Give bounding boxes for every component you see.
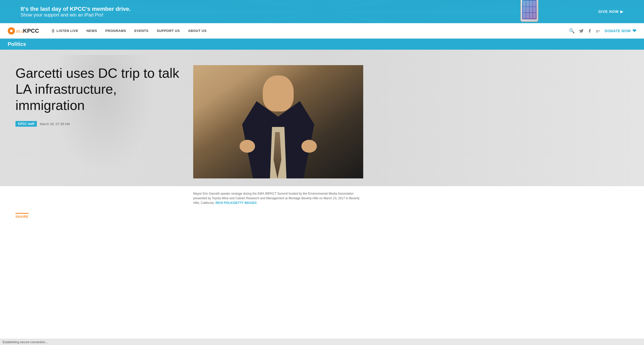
nav-about-us[interactable]: ABOUT US <box>184 23 211 39</box>
search-icon[interactable]: 🔍 <box>569 28 575 34</box>
google-plus-icon[interactable]: g+ <box>595 28 600 33</box>
logo-inner <box>10 30 13 32</box>
nav-support-us[interactable]: SUPPORT US <box>152 23 184 39</box>
twitter-icon[interactable] <box>579 28 584 33</box>
article-meta: KPCC staff March 30, 07:39 AM <box>15 121 183 127</box>
article-layout: Garcetti uses DC trip to talk LA infrast… <box>0 50 644 186</box>
give-now-button[interactable]: GIVE NOW ▶ <box>598 10 623 14</box>
top-banner: It's the last day of KPCC's member drive… <box>0 0 644 23</box>
nav-programs[interactable]: PROGRAMS <box>101 23 130 39</box>
article-date: March 30, 07:39 AM <box>40 122 70 126</box>
caption-text: Mayor Eric Garcetti speaks onstage durin… <box>193 191 363 205</box>
nav-right-actions: 🔍 g+ DONATE NOW ❤ <box>569 28 636 34</box>
author-tag[interactable]: KPCC staff <box>15 121 37 127</box>
section-banner: Politics <box>0 39 644 50</box>
person-figure <box>237 70 319 178</box>
social-icons: g+ <box>579 28 600 33</box>
main-navigation: 89.3KPCC LISTEN LIVE NEWS PROGRAMS EVENT… <box>0 23 644 39</box>
heart-icon: ❤ <box>632 28 637 34</box>
logo-circle-icon <box>8 27 15 34</box>
caption-credit[interactable]: RICH POLK/GETTY IMAGES <box>216 201 257 205</box>
caption-area: Mayor Eric Garcetti speaks onstage durin… <box>0 186 644 208</box>
svg-point-4 <box>53 32 54 33</box>
section-label: Politics <box>8 41 636 47</box>
logo-text: 89.3KPCC <box>16 28 39 34</box>
svg-line-2 <box>53 29 54 30</box>
nav-events[interactable]: EVENTS <box>130 23 152 39</box>
article-image-area <box>193 65 363 178</box>
arrow-right-icon: ▶ <box>620 10 623 14</box>
hand-left <box>240 140 255 153</box>
article-container: Garcetti uses DC trip to talk LA infrast… <box>0 50 644 186</box>
nav-listen-live[interactable]: LISTEN LIVE <box>47 23 82 39</box>
article-headline: Garcetti uses DC trip to talk LA infrast… <box>15 65 183 113</box>
tablet-illustration <box>520 0 541 23</box>
antenna-icon <box>51 29 55 33</box>
banner-content: It's the last day of KPCC's member drive… <box>21 6 131 18</box>
bottom-area: SHARE <box>0 208 644 228</box>
nav-items: LISTEN LIVE NEWS PROGRAMS EVENTS SUPPORT… <box>47 23 569 39</box>
facebook-icon[interactable] <box>587 28 592 33</box>
hand-right <box>301 140 317 153</box>
article-left-column: Garcetti uses DC trip to talk LA infrast… <box>15 65 183 127</box>
share-label[interactable]: SHARE <box>15 213 29 219</box>
banner-line2: Show your support and win an iPad Pro! <box>21 12 131 18</box>
donate-now-button[interactable]: DONATE NOW ❤ <box>605 28 636 34</box>
head <box>263 75 294 111</box>
listen-live-label: LISTEN LIVE <box>57 29 78 33</box>
nav-news[interactable]: NEWS <box>82 23 101 39</box>
give-now-label: GIVE NOW <box>598 10 619 14</box>
svg-line-1 <box>52 29 53 30</box>
donate-now-label: DONATE NOW <box>605 29 631 33</box>
logo[interactable]: 89.3KPCC <box>8 27 39 34</box>
banner-line1: It's the last day of KPCC's member drive… <box>21 6 131 12</box>
article-photo <box>193 65 363 178</box>
